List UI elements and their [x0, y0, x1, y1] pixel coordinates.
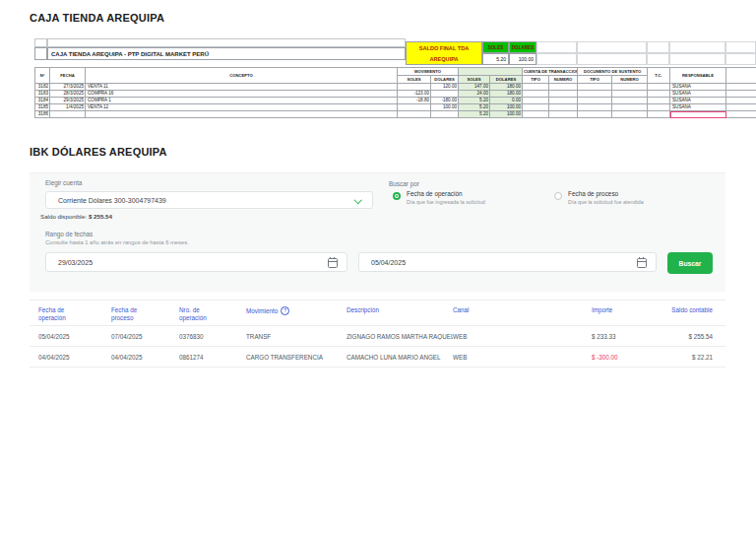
cell-saldo-soles[interactable]: 5.20: [459, 104, 490, 111]
cell-mov-dolares[interactable]: [431, 91, 459, 98]
cell-tc[interactable]: [648, 104, 670, 111]
cell-cta-numero[interactable]: [549, 98, 578, 104]
sheet-cell-empty[interactable]: [669, 53, 725, 65]
cell-cta-tipo[interactable]: [523, 84, 549, 91]
col-header-cuenta[interactable]: CUENTA DE TRANSACCION: [523, 68, 578, 76]
calendar-icon[interactable]: [637, 258, 647, 268]
sheet-cell-empty[interactable]: [536, 53, 577, 65]
cell-cta-numero[interactable]: [549, 111, 578, 118]
cell-doc-tipo[interactable]: [578, 84, 612, 91]
cell-cta-tipo[interactable]: [523, 111, 549, 118]
col-header-empty[interactable]: [726, 68, 756, 84]
cell-fecha[interactable]: 27/3/2025: [50, 84, 86, 91]
cell-concepto[interactable]: COMPRA 16: [86, 91, 398, 98]
sheet-cell-empty[interactable]: [47, 38, 406, 47]
cell-mov-soles[interactable]: [398, 104, 431, 111]
sheet-cell-empty[interactable]: [725, 53, 756, 65]
cell-saldo-soles[interactable]: 5.20: [459, 98, 490, 104]
radio-fecha-operacion[interactable]: [393, 192, 401, 200]
cell-doc-numero[interactable]: [612, 84, 648, 91]
col-subheader-doc-tipo[interactable]: TIPO: [578, 76, 612, 84]
cell-doc-tipo[interactable]: [578, 104, 612, 111]
cell-saldo-dolares[interactable]: 180.00: [490, 84, 523, 91]
transaction-row[interactable]: 05/04/2025 07/04/2025 0376830 TRANSF ZIG…: [30, 326, 725, 347]
cell-cta-tipo[interactable]: [523, 98, 549, 104]
cell-empty[interactable]: [726, 104, 756, 111]
cell-cta-numero[interactable]: [549, 91, 578, 98]
cell-responsable[interactable]: SUSANA: [670, 104, 726, 111]
cell-saldo-soles[interactable]: 24.00: [459, 91, 490, 98]
col-subheader-saldo-soles[interactable]: SOLES: [459, 76, 490, 84]
sheet-cell-empty[interactable]: [725, 41, 756, 53]
col-subheader-mov-soles[interactable]: SOLES: [398, 76, 431, 84]
cell-n[interactable]: 3185: [35, 104, 50, 111]
cell-n[interactable]: 3186: [35, 111, 50, 118]
cell-cta-numero[interactable]: [549, 84, 578, 91]
cell-mov-dolares[interactable]: -180.00: [431, 98, 459, 104]
cell-fecha[interactable]: 1/4/2025: [50, 104, 86, 111]
cell-responsable[interactable]: SUSANA: [670, 98, 726, 104]
cell-saldo-dolares[interactable]: 100.00: [490, 111, 523, 118]
cell-cta-tipo[interactable]: [523, 91, 549, 98]
col-header-responsable[interactable]: RESPONSABLE: [670, 68, 726, 84]
cell-saldo-soles[interactable]: 147.00: [459, 84, 490, 91]
account-select[interactable]: Corriente Dólares 300-3004797439: [45, 191, 373, 209]
cell-doc-tipo[interactable]: [578, 111, 612, 118]
col-subheader-saldo-dolares[interactable]: DOLARES: [490, 76, 523, 84]
transaction-row[interactable]: 04/04/2025 04/04/2025 0861274 CARGO TRAN…: [30, 347, 725, 368]
cell-mov-soles[interactable]: -123.00: [398, 91, 431, 98]
col-header-saldo-group[interactable]: [459, 68, 523, 76]
cell-mov-soles[interactable]: -18.80: [398, 98, 431, 104]
cell-n[interactable]: 3183: [35, 91, 50, 98]
radio-fecha-proceso-text[interactable]: Fecha de proceso Día que la solicitud fu…: [568, 190, 644, 205]
sheet-cell-empty[interactable]: [34, 47, 47, 60]
saldo-dolares-header-cell[interactable]: DOLARES: [509, 41, 536, 53]
date-to-input[interactable]: 05/04/2025: [358, 252, 657, 272]
cell-doc-numero[interactable]: [612, 104, 648, 111]
cell-n[interactable]: 3182: [35, 84, 50, 91]
cell-cta-tipo[interactable]: [523, 104, 549, 111]
cell-doc-numero[interactable]: [612, 91, 648, 98]
cell-doc-tipo[interactable]: [578, 98, 612, 104]
cell-mov-dolares[interactable]: 100.00: [431, 104, 459, 111]
cell-saldo-soles[interactable]: 5.20: [459, 111, 490, 118]
cell-concepto[interactable]: COMPRA 1: [86, 98, 398, 104]
cell-fecha[interactable]: 29/3/2025: [50, 98, 86, 104]
cell-saldo-dolares[interactable]: 0.00: [490, 98, 523, 104]
saldo-dolares-value-cell[interactable]: 100.00: [509, 53, 536, 65]
saldo-soles-value-cell[interactable]: 5.20: [482, 53, 509, 65]
saldo-soles-header-cell[interactable]: SOLES: [482, 41, 509, 53]
sheet-cell-empty[interactable]: [34, 38, 47, 47]
sheet-cell-empty[interactable]: [647, 53, 669, 65]
col-header-tc[interactable]: T.C.: [648, 68, 670, 84]
cell-empty[interactable]: [726, 111, 756, 118]
cell-doc-tipo[interactable]: [578, 91, 612, 98]
cell-tc[interactable]: [648, 91, 670, 98]
cell-empty[interactable]: [726, 84, 756, 91]
calendar-icon[interactable]: [328, 258, 338, 268]
cell-fecha[interactable]: 28/3/2025: [50, 91, 86, 98]
cell-fecha[interactable]: [50, 111, 86, 118]
cell-concepto[interactable]: [86, 111, 398, 118]
cell-doc-numero[interactable]: [612, 98, 648, 104]
cell-tc[interactable]: [648, 111, 670, 118]
cell-concepto[interactable]: VENTA 12: [86, 104, 398, 111]
date-from-input[interactable]: 29/03/2025: [45, 252, 347, 272]
col-header-fecha[interactable]: FECHA: [50, 68, 86, 84]
col-subheader-mov-dolares[interactable]: DOLARES: [431, 76, 459, 84]
radio-fecha-proceso[interactable]: [554, 192, 562, 200]
cell-doc-numero[interactable]: [612, 111, 648, 118]
cell-concepto[interactable]: VENTA 11: [86, 84, 398, 91]
sheet-cell-empty[interactable]: [577, 53, 647, 65]
col-subheader-cta-numero[interactable]: NUMERO: [549, 76, 578, 84]
col-header-documento[interactable]: DOCUMENTO DE SUSTENTO: [578, 68, 648, 76]
cell-mov-dolares[interactable]: [431, 111, 459, 118]
sheet-subtitle-cell[interactable]: CAJA TIENDA AREQUIPA - PTP DIGITAL MARKE…: [47, 47, 406, 60]
cell-saldo-dolares[interactable]: 180.00: [490, 91, 523, 98]
cell-mov-soles[interactable]: [398, 111, 431, 118]
col-subheader-cta-tipo[interactable]: TIPO: [523, 76, 549, 84]
col-subheader-doc-numero[interactable]: NUMERO: [612, 76, 648, 84]
cell-tc[interactable]: [648, 84, 670, 91]
cell-responsable-selected[interactable]: [670, 111, 726, 118]
cell-empty[interactable]: [726, 91, 756, 98]
